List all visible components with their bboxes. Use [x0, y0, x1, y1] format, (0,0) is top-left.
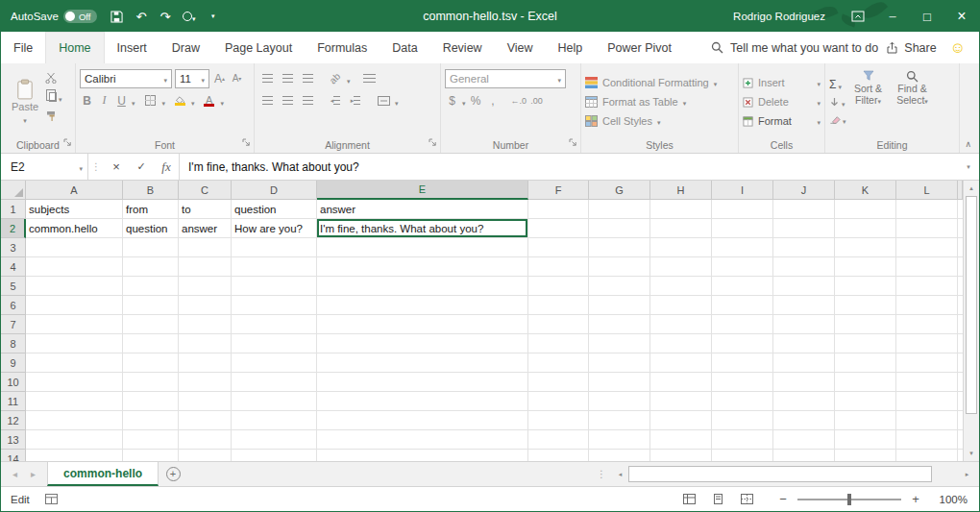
cell-f8[interactable]: [528, 334, 589, 354]
cell-g1[interactable]: [589, 200, 650, 219]
decrease-font-size-icon[interactable]: A: [230, 70, 244, 87]
format-cells-button[interactable]: Format: [743, 112, 821, 130]
cell-j8[interactable]: [773, 334, 835, 354]
save-icon[interactable]: [105, 1, 129, 32]
align-center-icon[interactable]: [279, 92, 296, 110]
clear-button[interactable]: [829, 111, 846, 127]
select-all-corner[interactable]: [1, 181, 26, 200]
new-sheet-button[interactable]: +: [159, 462, 187, 486]
align-bottom-icon[interactable]: [299, 70, 316, 87]
cell-k14[interactable]: [835, 450, 896, 461]
cell-d10[interactable]: [232, 373, 317, 392]
user-name[interactable]: Rodrigo Rodriguez: [733, 11, 825, 22]
decrease-indent-icon[interactable]: [327, 92, 344, 110]
sheet-tab-common-hello[interactable]: common-hello: [47, 462, 159, 486]
cell-a4[interactable]: [26, 257, 123, 277]
delete-cells-button[interactable]: Delete: [743, 93, 821, 110]
tab-draw[interactable]: Draw: [159, 32, 212, 63]
number-format-combo[interactable]: General: [445, 69, 566, 88]
page-layout-view-button[interactable]: [706, 490, 729, 509]
find-select-button[interactable]: Find & Select: [891, 67, 935, 136]
cell-a2[interactable]: common.hello: [26, 219, 123, 238]
cell-g8[interactable]: [589, 334, 650, 354]
bold-button[interactable]: B: [80, 92, 94, 110]
col-header-e[interactable]: E: [317, 181, 528, 200]
cell-g9[interactable]: [589, 354, 650, 373]
horizontal-scrollbar[interactable]: [612, 462, 975, 486]
row-header-5[interactable]: 5: [1, 277, 26, 296]
cell-b6[interactable]: [123, 296, 179, 315]
sheet-bar-divider[interactable]: [597, 462, 606, 486]
font-color-dropdown-icon[interactable]: [221, 92, 225, 110]
tab-help[interactable]: Help: [546, 32, 596, 63]
cell-k9[interactable]: [835, 354, 896, 373]
cell-styles-button[interactable]: Cell Styles: [585, 112, 734, 130]
cell-h14[interactable]: [650, 450, 712, 461]
merge-center-icon[interactable]: [375, 92, 392, 110]
comma-format-icon[interactable]: ,: [486, 92, 501, 110]
increase-indent-icon[interactable]: [347, 92, 364, 110]
col-header-c[interactable]: C: [179, 181, 232, 200]
horizontal-scroll-thumb[interactable]: [628, 466, 932, 482]
cell-c10[interactable]: [179, 373, 232, 392]
cell-c6[interactable]: [179, 296, 232, 315]
cell-a11[interactable]: [26, 392, 123, 411]
cell-d6[interactable]: [232, 296, 317, 315]
borders-dropdown-icon[interactable]: [162, 92, 166, 110]
cell-a6[interactable]: [26, 296, 123, 315]
cell-l2[interactable]: [896, 219, 958, 238]
cell-a12[interactable]: [26, 411, 123, 430]
tab-home[interactable]: Home: [45, 32, 104, 63]
row-header-2[interactable]: 2: [1, 219, 26, 238]
cell-j6[interactable]: [773, 296, 835, 315]
cell-c9[interactable]: [179, 354, 232, 373]
cell-g10[interactable]: [589, 373, 650, 392]
cell-f4[interactable]: [528, 257, 589, 277]
cell-i12[interactable]: [712, 411, 773, 430]
undo-icon[interactable]: [129, 1, 153, 32]
cell-i2[interactable]: [712, 219, 773, 238]
cell-h7[interactable]: [650, 315, 712, 334]
close-button[interactable]: [944, 1, 979, 32]
cell-k8[interactable]: [835, 334, 896, 354]
cell-d9[interactable]: [232, 354, 317, 373]
col-header-f[interactable]: F: [528, 181, 589, 200]
cancel-icon[interactable]: ×: [104, 154, 129, 180]
cell-e13[interactable]: [317, 430, 528, 450]
zoom-slider-thumb[interactable]: [847, 494, 851, 505]
cell-l6[interactable]: [896, 296, 958, 315]
cell-g13[interactable]: [589, 430, 650, 450]
cell-l8[interactable]: [896, 334, 958, 354]
currency-dropdown-icon[interactable]: [462, 92, 466, 110]
cell-d3[interactable]: [232, 238, 317, 257]
cell-d4[interactable]: [232, 257, 317, 277]
percent-format-icon[interactable]: %: [469, 92, 483, 110]
underline-dropdown-icon[interactable]: [132, 92, 135, 110]
vertical-scroll-thumb[interactable]: [966, 196, 977, 414]
cell-j7[interactable]: [773, 315, 835, 334]
row-header-1[interactable]: 1: [1, 200, 26, 219]
scroll-left-icon[interactable]: [612, 462, 628, 486]
cell-f7[interactable]: [528, 315, 589, 334]
cell-i8[interactable]: [712, 334, 773, 354]
cell-a13[interactable]: [26, 430, 123, 450]
cut-icon[interactable]: [45, 70, 62, 85]
cell-d11[interactable]: [232, 392, 317, 411]
paste-button[interactable]: Paste: [5, 67, 45, 136]
wrap-text-icon[interactable]: [361, 70, 379, 87]
cell-f14[interactable]: [528, 450, 589, 461]
clipboard-dialog-launcher-icon[interactable]: [63, 137, 72, 149]
align-left-icon[interactable]: [258, 92, 276, 110]
cell-k12[interactable]: [835, 411, 896, 430]
cell-h4[interactable]: [650, 257, 712, 277]
cell-e12[interactable]: [317, 411, 528, 430]
cell-b13[interactable]: [123, 430, 179, 450]
cell-e1[interactable]: answer: [317, 200, 528, 219]
sort-filter-button[interactable]: Sort & Filter: [846, 67, 891, 136]
tab-page-layout[interactable]: Page Layout: [212, 32, 305, 63]
cell-b7[interactable]: [123, 315, 179, 334]
cell-d5[interactable]: [232, 277, 317, 296]
col-header-i[interactable]: I: [712, 181, 773, 200]
cell-g12[interactable]: [589, 411, 650, 430]
page-break-preview-button[interactable]: [735, 490, 758, 509]
